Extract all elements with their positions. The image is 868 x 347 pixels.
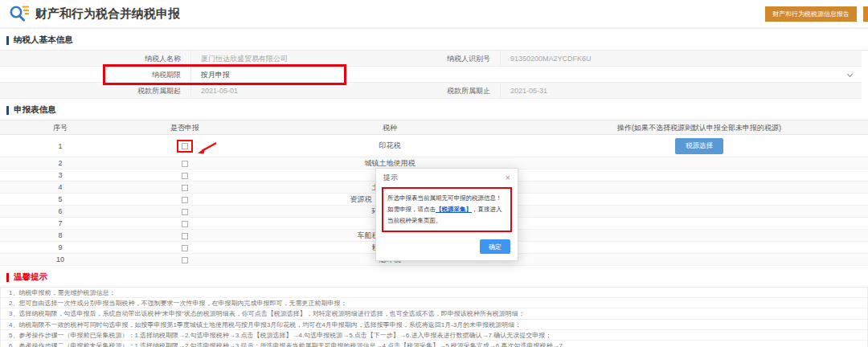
- red-arrow-annotation-icon: [195, 141, 218, 157]
- row-number: 1: [0, 142, 121, 150]
- declaration-title: 申报表信息: [6, 104, 868, 116]
- declare-cell: [121, 255, 249, 263]
- red-annotation-box-modal: 所选申报表当前属期无可申报的税源信息！如需申报，请点击【税源采集】，直接进入当前…: [382, 187, 512, 232]
- checkbox-annotation-wrap: [182, 257, 188, 263]
- declare-checkbox[interactable]: [182, 221, 188, 227]
- declare-cell: [121, 243, 249, 251]
- tip-line: 5、参考操作步骤一（申报前已采集税源）：1.选择纳税期限→2.勾选申报税种→3.…: [1, 330, 867, 341]
- declare-cell: [121, 159, 249, 167]
- confirm-button[interactable]: 确定: [480, 239, 510, 254]
- magnifier-logo-icon: [8, 3, 29, 24]
- basic-info-title: 纳税人基本信息: [6, 35, 868, 46]
- declare-cell: [121, 171, 249, 179]
- declare-cell: [121, 219, 249, 227]
- period-end-value: 2021-05-31: [500, 83, 862, 99]
- col-header-declare: 是否申报: [121, 120, 249, 135]
- tax-period-value: 按月申报: [201, 71, 230, 79]
- close-icon[interactable]: ×: [506, 174, 510, 182]
- tax-source-collect-link[interactable]: 【税源采集】: [436, 206, 472, 213]
- declare-checkbox[interactable]: [182, 161, 188, 167]
- declare-checkbox[interactable]: [182, 143, 188, 149]
- row-number: 10: [0, 255, 121, 263]
- operation-cell: 税源选择: [530, 138, 868, 154]
- tax-period-label: 纳税期限: [0, 67, 190, 83]
- chevron-down-icon: [847, 71, 853, 77]
- checkbox-annotation-wrap: [182, 185, 188, 191]
- row-number: 4: [0, 183, 121, 191]
- basic-info-title-text: 纳税人基本信息: [14, 35, 73, 46]
- declare-cell: [121, 231, 249, 239]
- checkbox-annotation-wrap: [182, 161, 188, 167]
- tax-source-select-button[interactable]: 税源选择: [675, 138, 723, 154]
- table-row: 1 印花税 税源选择: [0, 135, 868, 157]
- declare-checkbox[interactable]: [182, 197, 188, 203]
- tips-list: 1、纳税申报前，需先维护税源信息； 2、您可自由选择一次性或分别申报当期税种，不…: [0, 287, 868, 347]
- period-end-label: 税款所属期止: [428, 83, 500, 99]
- taxpayer-id-value: 91350200MA2YCDFK6U: [500, 51, 862, 67]
- checkbox-annotation-wrap: [182, 233, 188, 239]
- modal-message: 所选申报表当前属期无可申报的税源信息！如需申报，请点击【税源采集】，直接进入当前…: [387, 193, 506, 227]
- tip-line: 6、参考操作步骤二（申报前未采集税源）：1.选择纳税期限→2.勾选申报税种→3.…: [1, 341, 867, 347]
- row-number: 9: [0, 243, 121, 251]
- declare-cell: [121, 195, 249, 203]
- tips-section: 温馨提示: [0, 271, 868, 283]
- next-step-button[interactable]: 下一步: [863, 6, 868, 22]
- declare-checkbox[interactable]: [182, 209, 188, 215]
- declare-checkbox[interactable]: [182, 233, 188, 239]
- taxpayer-name-value: 厦门恒达欣盛贸易有限公司: [190, 51, 428, 67]
- tips-title: 温馨提示: [6, 271, 868, 283]
- tip-line: 1、纳税申报前，需先维护税源信息；: [1, 288, 867, 298]
- tax-type-cell: 城镇土地使用税: [249, 158, 530, 169]
- tips-title-text: 温馨提示: [14, 271, 47, 283]
- notice-modal: 提示 × 所选申报表当前属期无可申报的税源信息！如需申报，请点击【税源采集】，直…: [375, 168, 518, 261]
- row-number: 6: [0, 207, 121, 215]
- tax-type-cell: 印花税: [249, 141, 530, 151]
- declare-cell: [121, 207, 249, 215]
- checkbox-annotation-wrap: [177, 140, 193, 153]
- row-number: 8: [0, 231, 121, 239]
- row-number: 7: [0, 219, 121, 227]
- checkbox-annotation-wrap: [182, 209, 188, 215]
- declare-checkbox[interactable]: [182, 257, 188, 263]
- tip-line: 3、选择纳税期限，勾选申报后，系统自动带出该税种“未申报”状态的税源明细表，你可…: [1, 308, 867, 319]
- taxpayer-id-label: 纳税人识别号: [428, 51, 500, 67]
- taxpayer-name-label: 纳税人名称: [0, 51, 190, 67]
- declare-checkbox[interactable]: [182, 185, 188, 191]
- basic-info-section: 纳税人基本信息: [0, 35, 868, 46]
- declare-checkbox[interactable]: [182, 173, 188, 179]
- tip-line: 2、您可自由选择一次性或分别申报当期税种，不强制要求一次性申报，在申报期内完成申…: [1, 298, 867, 308]
- checkbox-annotation-wrap: [182, 245, 188, 251]
- declaration-table-header: 序号 是否申报 税种 操作(如果不选择税源则默认申报全部未申报的税源): [0, 120, 868, 135]
- period-start-value: 2021-05-01: [190, 83, 428, 99]
- col-header-no: 序号: [0, 120, 121, 135]
- page-title: 财产和行为税合并纳税申报: [35, 6, 180, 22]
- tax-source-info-report-button[interactable]: 财产和行为税税源信息报告: [765, 6, 857, 22]
- section-bar: [6, 36, 9, 45]
- modal-title: 提示: [383, 173, 398, 183]
- modal-header: 提示 ×: [376, 169, 518, 186]
- declaration-title-text: 申报表信息: [14, 104, 56, 116]
- top-bar: 财产和行为税合并纳税申报 财产和行为税税源信息报告 下一步: [0, 0, 868, 29]
- declare-cell: [121, 183, 249, 191]
- section-bar: [6, 273, 9, 282]
- header-actions: 财产和行为税税源信息报告 下一步: [765, 6, 868, 22]
- section-bar: [6, 106, 9, 115]
- tip-line: 4、纳税期限不一致的税种可同时勾选申报，如按季申报第1季度城镇土地使用税与按月申…: [1, 320, 867, 330]
- checkbox-annotation-wrap: [182, 197, 188, 203]
- declare-cell: [121, 140, 249, 153]
- row-number: 5: [0, 195, 121, 203]
- declaration-section: 申报表信息: [0, 104, 868, 116]
- tax-period-select[interactable]: 按月申报: [190, 67, 862, 83]
- checkbox-annotation-wrap: [182, 221, 188, 227]
- basic-info-grid: 纳税人名称 厦门恒达欣盛贸易有限公司 纳税人识别号 91350200MA2YCD…: [0, 50, 868, 99]
- modal-footer: 确定: [376, 238, 518, 261]
- col-header-tax-type: 税种: [249, 120, 530, 135]
- declare-checkbox[interactable]: [182, 245, 188, 251]
- row-number: 3: [0, 171, 121, 179]
- checkbox-annotation-wrap: [182, 173, 188, 179]
- row-number: 2: [0, 159, 121, 167]
- period-start-label: 税款所属期起: [0, 83, 190, 99]
- col-header-operation: 操作(如果不选择税源则默认申报全部未申报的税源): [530, 120, 868, 135]
